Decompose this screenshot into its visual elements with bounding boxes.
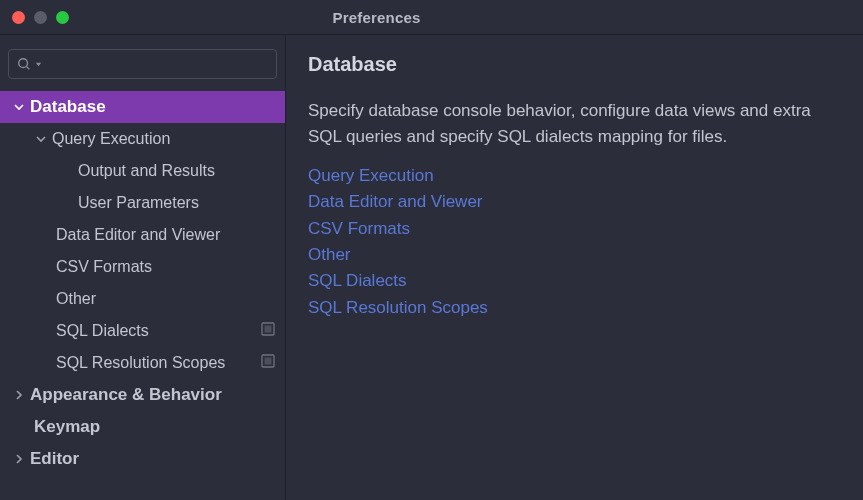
page-title: Database [308,53,863,76]
settings-link-query-execution[interactable]: Query Execution [308,163,863,189]
sidebar: DatabaseQuery ExecutionOutput and Result… [0,35,286,500]
traffic-lights [12,11,69,24]
tree-item-label: Editor [30,449,275,469]
tree-item-editor[interactable]: Editor [0,443,285,475]
tree-item-data-editor-and-viewer[interactable]: Data Editor and Viewer [0,219,285,251]
svg-line-1 [27,67,30,70]
tree-item-csv-formats[interactable]: CSV Formats [0,251,285,283]
tree-item-label: Appearance & Behavior [30,385,275,405]
svg-rect-3 [265,326,272,333]
tree-item-keymap[interactable]: Keymap [0,411,285,443]
settings-link-sql-resolution-scopes[interactable]: SQL Resolution Scopes [308,295,863,321]
tree-item-sql-resolution-scopes[interactable]: SQL Resolution Scopes [0,347,285,379]
settings-links: Query ExecutionData Editor and ViewerCSV… [308,163,863,321]
project-scope-icon [261,322,275,340]
search-icon [17,57,31,71]
tree-item-query-execution[interactable]: Query Execution [0,123,285,155]
search-field[interactable] [46,57,268,72]
settings-link-csv-formats[interactable]: CSV Formats [308,216,863,242]
titlebar: Preferences [0,0,863,35]
maximize-button[interactable] [56,11,69,24]
search-input[interactable] [8,49,277,79]
settings-tree: DatabaseQuery ExecutionOutput and Result… [0,91,285,475]
minimize-button[interactable] [34,11,47,24]
tree-item-label: Keymap [34,417,275,437]
tree-item-label: Other [56,290,275,308]
tree-item-output-and-results[interactable]: Output and Results [0,155,285,187]
svg-rect-5 [265,358,272,365]
tree-item-label: SQL Dialects [56,322,261,340]
tree-item-label: User Parameters [78,194,275,212]
settings-link-sql-dialects[interactable]: SQL Dialects [308,268,863,294]
tree-item-label: Database [30,97,275,117]
tree-item-appearance-behavior[interactable]: Appearance & Behavior [0,379,285,411]
close-button[interactable] [12,11,25,24]
chevron-down-icon [12,102,26,112]
chevron-down-icon [34,134,48,144]
tree-item-user-parameters[interactable]: User Parameters [0,187,285,219]
tree-item-sql-dialects[interactable]: SQL Dialects [0,315,285,347]
settings-link-other[interactable]: Other [308,242,863,268]
svg-point-0 [19,59,28,68]
chevron-right-icon [12,390,26,400]
settings-link-data-editor-and-viewer[interactable]: Data Editor and Viewer [308,189,863,215]
window-title: Preferences [332,9,420,26]
tree-item-label: Query Execution [52,130,275,148]
project-scope-icon [261,354,275,372]
tree-item-label: Data Editor and Viewer [56,226,275,244]
main-panel: Database Specify database console behavi… [286,35,863,500]
dropdown-icon [35,61,42,68]
tree-item-label: CSV Formats [56,258,275,276]
tree-item-label: SQL Resolution Scopes [56,354,261,372]
chevron-right-icon [12,454,26,464]
tree-item-other[interactable]: Other [0,283,285,315]
tree-item-label: Output and Results [78,162,275,180]
page-description: Specify database console behavior, confi… [308,98,863,149]
tree-item-database[interactable]: Database [0,91,285,123]
